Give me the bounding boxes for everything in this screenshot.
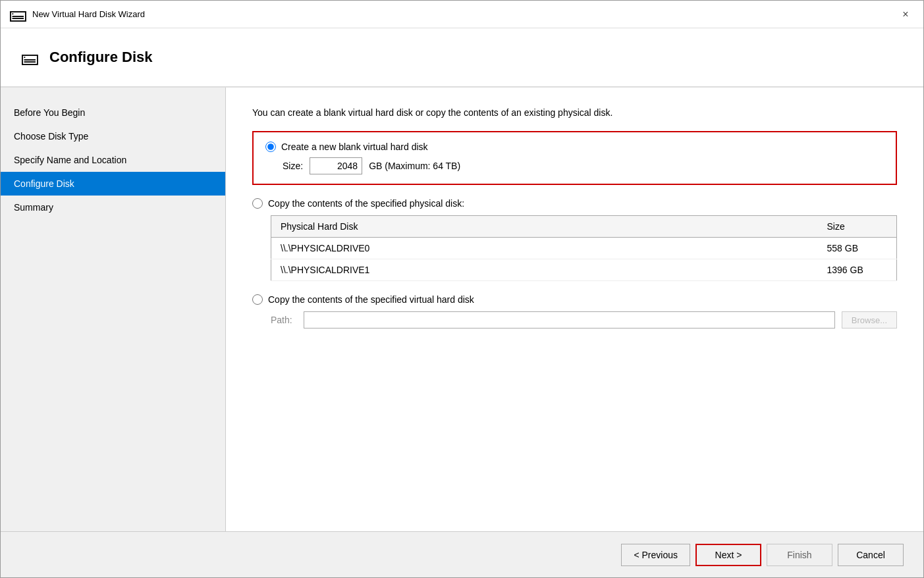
content-area: Before You Begin Choose Disk Type Specif…	[1, 88, 923, 531]
radio-create-blank-label: Create a new blank virtual hard disk	[281, 142, 428, 152]
title-bar: 🖴 New Virtual Hard Disk Wizard ×	[1, 1, 923, 28]
size-input[interactable]	[310, 157, 362, 174]
copy-physical-section: Copy the contents of the specified physi…	[252, 198, 897, 281]
close-button[interactable]: ×	[896, 5, 915, 24]
header-icon: 🖴	[20, 47, 39, 68]
previous-button[interactable]: < Previous	[621, 544, 690, 566]
main-content: You can create a blank virtual hard disk…	[226, 88, 923, 531]
radio-copy-physical[interactable]: Copy the contents of the specified physi…	[252, 198, 897, 209]
disk-name-0: \\.\PHYSICALDRIVE0	[271, 238, 818, 259]
finish-button[interactable]: Finish	[767, 544, 832, 566]
sidebar-item-specify-name-location[interactable]: Specify Name and Location	[1, 148, 225, 172]
page-header: 🖴 Configure Disk	[1, 28, 923, 88]
radio-copy-virtual-input[interactable]	[252, 294, 263, 305]
page-title: Configure Disk	[49, 49, 152, 66]
radio-copy-virtual-label: Copy the contents of the specified virtu…	[268, 294, 474, 305]
table-header-disk: Physical Hard Disk	[271, 216, 818, 238]
description-text: You can create a blank virtual hard disk…	[252, 107, 897, 118]
sidebar-item-before-you-begin[interactable]: Before You Begin	[1, 101, 225, 124]
wizard-window: 🖴 New Virtual Hard Disk Wizard × 🖴 Confi…	[0, 0, 924, 578]
table-row[interactable]: \\.\PHYSICALDRIVE1 1396 GB	[271, 259, 897, 281]
radio-copy-physical-input[interactable]	[252, 198, 263, 209]
footer: < Previous Next > Finish Cancel	[1, 531, 923, 577]
disk-size-1: 1396 GB	[818, 259, 897, 281]
size-row: Size: GB (Maximum: 64 TB)	[283, 157, 884, 174]
cancel-button[interactable]: Cancel	[838, 544, 904, 566]
path-input[interactable]	[304, 311, 835, 328]
title-bar-left: 🖴 New Virtual Hard Disk Wizard	[9, 3, 145, 25]
browse-button[interactable]: Browse...	[842, 311, 897, 328]
sidebar: Before You Begin Choose Disk Type Specif…	[1, 88, 226, 531]
path-row: Path: Browse...	[271, 311, 897, 328]
radio-create-blank[interactable]: Create a new blank virtual hard disk	[265, 142, 884, 152]
disk-size-0: 558 GB	[818, 238, 897, 259]
sidebar-item-configure-disk[interactable]: Configure Disk	[1, 172, 225, 196]
size-unit: GB (Maximum: 64 TB)	[369, 161, 460, 171]
physical-disk-table: Physical Hard Disk Size \\.\PHYSICALDRIV…	[271, 215, 897, 281]
sidebar-item-choose-disk-type[interactable]: Choose Disk Type	[1, 124, 225, 148]
radio-create-blank-input[interactable]	[265, 142, 276, 152]
path-label: Path:	[271, 315, 297, 325]
radio-copy-virtual[interactable]: Copy the contents of the specified virtu…	[252, 294, 897, 305]
copy-virtual-section: Copy the contents of the specified virtu…	[252, 294, 897, 328]
radio-copy-physical-label: Copy the contents of the specified physi…	[268, 198, 464, 209]
next-button[interactable]: Next >	[695, 544, 761, 566]
table-row[interactable]: \\.\PHYSICALDRIVE0 558 GB	[271, 238, 897, 259]
disk-name-1: \\.\PHYSICALDRIVE1	[271, 259, 818, 281]
create-blank-box: Create a new blank virtual hard disk Siz…	[252, 131, 897, 185]
window-icon: 🖴	[9, 3, 27, 25]
window-title: New Virtual Hard Disk Wizard	[32, 9, 145, 19]
sidebar-item-summary[interactable]: Summary	[1, 196, 225, 219]
table-header-size: Size	[818, 216, 897, 238]
size-label: Size:	[283, 161, 303, 171]
